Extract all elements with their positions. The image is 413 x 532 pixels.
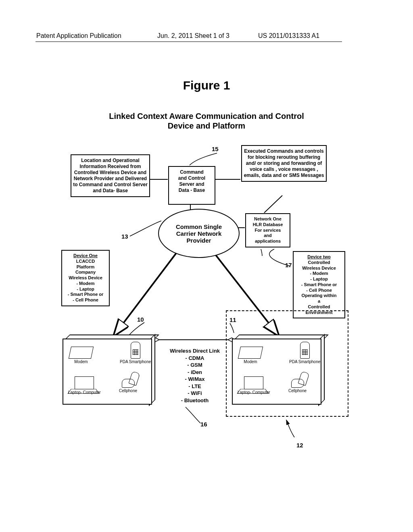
dev1-l4: Wireless Device xyxy=(69,275,102,280)
dev1-l5: - Modem xyxy=(76,281,94,286)
ref-17: 17 xyxy=(285,262,292,268)
svg-line-3 xyxy=(264,195,282,213)
ref-15: 15 xyxy=(212,145,219,152)
pda-icon: PDA Smartphone xyxy=(120,342,151,364)
dev2-l1: Controlled xyxy=(308,260,330,265)
link-wifi: - WiFi xyxy=(165,390,225,397)
ccs-l4: Data - Base xyxy=(171,187,213,193)
dev2-l4: - Laptop xyxy=(310,276,327,281)
ref-16: 16 xyxy=(200,421,207,428)
ref-12: 12 xyxy=(296,442,303,449)
ellipse-l2: Carrier Network xyxy=(176,230,222,237)
ref-10: 10 xyxy=(137,316,144,323)
link-bt: - Bluetooth xyxy=(165,397,225,404)
dev1-title: Device One xyxy=(73,253,98,258)
hlr-l1: Network One xyxy=(248,216,288,222)
cell-label-r: Cellphone xyxy=(288,389,307,393)
modem-icon-r: Modem xyxy=(239,347,262,364)
header-publication: Patent Application Publication xyxy=(36,32,121,39)
dev2-l7: Operating within xyxy=(302,293,337,298)
link-wimax: - WiMax xyxy=(165,376,225,383)
modem-label-r: Modem xyxy=(244,360,257,364)
wireless-link-list: Wireless Direct Link - CDMA - GSM - iDen… xyxy=(165,347,225,404)
ccs-l1: Command xyxy=(171,169,213,175)
link-lte: - LTE xyxy=(165,383,225,390)
dev2-l3: - Modem xyxy=(310,271,328,276)
cellphone-icon: Cellphone xyxy=(119,379,137,393)
dev2-l2: Wireless Device xyxy=(302,266,336,270)
link-iden: - iDen xyxy=(165,369,225,376)
ref-13: 13 xyxy=(121,233,128,240)
dev2-l6: - Cell Phone xyxy=(306,288,332,293)
dev2-l9: Controlled xyxy=(308,304,330,309)
box-location-info: Location and Operational Information Rec… xyxy=(71,154,150,197)
link-gsm: - GSM xyxy=(165,362,225,369)
figure-subtitle: Linked Context Aware Communication and C… xyxy=(0,111,413,131)
header-date-sheet: Jun. 2, 2011 Sheet 1 of 3 xyxy=(157,32,229,39)
dev1-l1: LCACCD xyxy=(76,259,95,264)
patent-figure-page: Patent Application Publication Jun. 2, 2… xyxy=(0,0,413,532)
modem-icon: Modem xyxy=(70,347,92,364)
dev2-title: Device two xyxy=(307,254,330,259)
hlr-l2: HLR Database xyxy=(248,222,288,228)
link-cdma: - CDMA xyxy=(165,355,225,362)
dev2-l8: a xyxy=(318,299,320,303)
subtitle-line-1: Linked Context Aware Communication and C… xyxy=(109,112,304,121)
pda-label: PDA Smartphone xyxy=(120,360,151,364)
ccs-l2: and Control xyxy=(171,175,213,181)
ellipse-carrier-network: Common Single Carrier Network Provider xyxy=(158,209,240,258)
ellipse-l1: Common Single xyxy=(176,223,222,230)
hlr-l3: For services xyxy=(248,228,288,233)
box-device-two: Device two Controlled Wireless Device - … xyxy=(293,251,345,318)
link-title: Wireless Direct Link xyxy=(165,347,225,355)
header-rule xyxy=(35,42,342,42)
figure-number: Figure 1 xyxy=(0,79,413,92)
device-panel-left: Modem PDA Smartphone Laptop- Computer Ce… xyxy=(63,335,150,403)
laptop-icon-r: Laptop- Computer xyxy=(238,376,270,395)
header-pub-number: US 2011/0131333 A1 xyxy=(258,32,319,39)
hlr-l4: and xyxy=(248,233,288,239)
modem-label: Modem xyxy=(74,360,88,364)
ccs-l3: Server and xyxy=(171,181,213,187)
dev1-l6: - Laptop xyxy=(77,287,94,291)
dev1-l2: Platform xyxy=(77,264,95,269)
dev1-l8: - Cell Phone xyxy=(73,297,98,302)
laptop-icon: Laptop- Computer xyxy=(68,376,101,395)
ellipse-l3: Provider xyxy=(176,237,222,244)
dev1-l7: - Smart Phone or xyxy=(68,292,104,297)
dev2-l5: - Smart Phone or xyxy=(301,282,337,287)
panel3d-front-r: Modem PDA Smartphone Laptop- Computer Ce… xyxy=(232,339,321,405)
box-device-one: Device One LCACCD Platform Company Wirel… xyxy=(61,250,110,306)
box-executed-commands: Executed Commands and controls for block… xyxy=(241,145,327,182)
dev1-l3: Company xyxy=(75,270,96,274)
pda-icon-r: PDA Smartphone xyxy=(289,342,320,364)
hlr-l5: applications xyxy=(248,239,288,244)
panel3d-front: Modem PDA Smartphone Laptop- Computer Ce… xyxy=(63,339,152,405)
box-command-control-server: Command and Control Server and Data - Ba… xyxy=(168,166,215,205)
cell-label: Cellphone xyxy=(119,389,137,393)
subtitle-line-2: Device and Platform xyxy=(168,121,245,130)
cellphone-icon-r: Cellphone xyxy=(288,379,307,393)
box-hlr-database: Network One HLR Database For services an… xyxy=(245,213,290,247)
svg-line-5 xyxy=(114,251,177,335)
device-panel-right: Modem PDA Smartphone Laptop- Computer Ce… xyxy=(232,335,320,403)
pda-label-r: PDA Smartphone xyxy=(289,360,320,364)
